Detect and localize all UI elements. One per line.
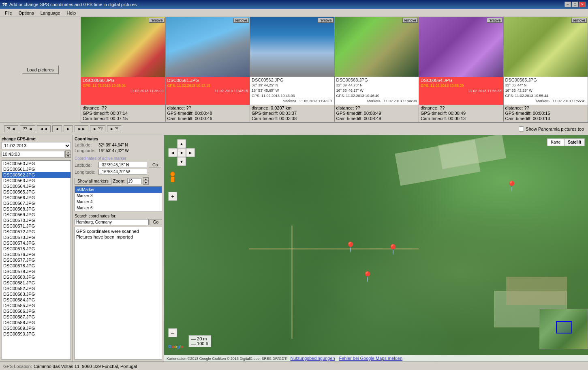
remove-btn-5[interactable]: remove bbox=[487, 18, 502, 23]
file-item-dsc00581[interactable]: DSC00581.JPG bbox=[2, 280, 71, 286]
file-item-dsc00565[interactable]: DSC00565.JPG bbox=[2, 189, 71, 195]
file-item-dsc00582[interactable]: DSC00582.JPG bbox=[2, 286, 71, 291]
marker-list[interactable]: aktMarker Marker 3 Marker 4 Marker 6 bbox=[75, 186, 162, 211]
map-view-satellit-button[interactable]: Satellit bbox=[564, 138, 585, 146]
active-lat-input[interactable] bbox=[98, 162, 147, 168]
photo-gps-1: GPS: 11.02.2013 10:35:01 bbox=[83, 83, 164, 88]
remove-btn-4[interactable]: remove bbox=[402, 18, 418, 23]
remove-btn-1[interactable]: remove bbox=[149, 18, 164, 23]
nav-next-warn-button[interactable]: ► ?! bbox=[107, 125, 121, 132]
remove-btn-6[interactable]: remove bbox=[571, 18, 587, 23]
file-item-dsc00583[interactable]: DSC00583.JPG bbox=[2, 291, 71, 297]
file-item-dsc00590[interactable]: DSC00590.JPG bbox=[2, 331, 71, 337]
active-lon-input[interactable] bbox=[98, 169, 147, 175]
map-zoom-in-button[interactable]: + bbox=[168, 192, 177, 201]
map-nav-right-button[interactable]: ► bbox=[186, 148, 195, 157]
show-markers-button[interactable]: Show all markers bbox=[75, 178, 111, 185]
time-down-button[interactable]: ▼ bbox=[65, 154, 71, 158]
lat-go-button[interactable]: Go bbox=[149, 162, 161, 168]
file-item-dsc00585[interactable]: DSC00585.JPG bbox=[2, 303, 71, 308]
map-nav-up-button[interactable]: ▲ bbox=[177, 139, 186, 148]
time-up-button[interactable]: ▲ bbox=[65, 151, 71, 154]
zoom-down-button[interactable]: ▼ bbox=[143, 181, 149, 185]
file-item-dsc00584[interactable]: DSC00584.JPG bbox=[2, 297, 71, 303]
menu-options[interactable]: Options bbox=[15, 10, 37, 16]
close-button[interactable]: ✕ bbox=[579, 2, 586, 7]
file-item-dsc00586[interactable]: DSC00586.JPG bbox=[2, 308, 71, 314]
file-item-dsc00579[interactable]: DSC00579.JPG bbox=[2, 269, 71, 274]
nav-prev-button[interactable]: ◄ bbox=[52, 125, 62, 132]
file-item-dsc00589[interactable]: DSC00589.JPG bbox=[2, 325, 71, 331]
menu-help[interactable]: Help bbox=[64, 10, 79, 16]
photo-thumb-2: remove bbox=[166, 17, 250, 77]
nav-next-unk-button[interactable]: ► ?? bbox=[90, 125, 105, 132]
zoom-up-button[interactable]: ▲ bbox=[143, 177, 149, 181]
file-item-dsc00563[interactable]: DSC00563.JPG bbox=[2, 178, 71, 183]
file-item-dsc00580[interactable]: DSC00580.JPG bbox=[2, 274, 71, 280]
file-item-dsc00587[interactable]: DSC00587.JPG bbox=[2, 314, 71, 320]
menu-file[interactable]: File bbox=[2, 10, 15, 16]
menu-language[interactable]: Language bbox=[37, 10, 64, 16]
remove-btn-2[interactable]: remove bbox=[233, 18, 249, 23]
file-item-dsc00576[interactable]: DSC00576.JPG bbox=[2, 252, 71, 257]
map-nav-down-button[interactable]: ▼ bbox=[177, 157, 186, 166]
file-item-dsc00573[interactable]: DSC00573.JPG bbox=[2, 234, 71, 240]
maximize-button[interactable]: □ bbox=[572, 2, 578, 7]
time-input[interactable] bbox=[2, 151, 64, 157]
zoom-input[interactable] bbox=[127, 178, 141, 184]
load-pictures-button[interactable]: Load pictures bbox=[22, 65, 58, 74]
file-item-dsc00569[interactable]: DSC00569.JPG bbox=[2, 212, 71, 217]
remove-btn-3[interactable]: remove bbox=[318, 18, 333, 23]
date-select[interactable]: 11.02.2013 bbox=[2, 142, 71, 149]
file-item-dsc00574[interactable]: DSC00574.JPG bbox=[2, 240, 71, 246]
distance-row-5: distance: ?? GPS-timediff: 00:08:49 Cam-… bbox=[419, 105, 503, 122]
file-item-dsc00562[interactable]: DSC00562.JPG bbox=[2, 172, 71, 178]
nav-prev-warn-button[interactable]: ?! ◄ bbox=[4, 125, 18, 132]
map-area[interactable]: ▲ ◄ ● ► ▼ + – Karte Satellit bbox=[164, 135, 588, 361]
panorama-checkbox[interactable] bbox=[519, 126, 524, 131]
file-item-dsc00560[interactable]: DSC00560.JPG bbox=[2, 161, 71, 166]
photo-gps-5: GPS: 11.02.2013 10:55:29 bbox=[421, 83, 502, 88]
file-item-dsc00570[interactable]: DSC00570.JPG bbox=[2, 217, 71, 223]
file-item-dsc00578[interactable]: DSC00578.JPG bbox=[2, 263, 71, 269]
search-input[interactable] bbox=[75, 219, 149, 225]
street-view-icon[interactable] bbox=[168, 172, 177, 184]
photo-filename-6: DSC00565.JPG bbox=[505, 77, 586, 83]
map-pin-4[interactable]: 📍 bbox=[344, 241, 357, 253]
file-item-dsc00566[interactable]: DSC00566.JPG bbox=[2, 195, 71, 200]
file-item-dsc00564[interactable]: DSC00564.JPG bbox=[2, 183, 71, 189]
file-item-dsc00568[interactable]: DSC00568.JPG bbox=[2, 206, 71, 212]
file-item-dsc00575[interactable]: DSC00575.JPG bbox=[2, 246, 71, 252]
file-item-dsc00588[interactable]: DSC00588.JPG bbox=[2, 320, 71, 325]
photo-thumb-1: remove bbox=[81, 17, 165, 77]
nav-last-button[interactable]: ►► bbox=[75, 125, 88, 132]
marker-item-4[interactable]: Marker 4 bbox=[75, 199, 162, 205]
search-go-button[interactable]: Go bbox=[150, 219, 162, 225]
file-list[interactable]: DSC00560.JPG DSC00561.JPG DSC00562.JPG D… bbox=[2, 160, 71, 360]
map-attribution: Kartendaten ©2013 Google Grafiken © 2013… bbox=[164, 355, 588, 361]
nutzungsbedingungen-link[interactable]: Nutzungsbedingungen bbox=[290, 356, 335, 361]
file-item-dsc00572[interactable]: DSC00572.JPG bbox=[2, 229, 71, 234]
minimize-button[interactable]: – bbox=[564, 2, 571, 7]
marker-item-aktmarker[interactable]: aktMarker bbox=[75, 187, 162, 193]
satellite-map[interactable]: ▲ ◄ ● ► ▼ + – Karte Satellit bbox=[164, 135, 588, 361]
file-item-dsc00577[interactable]: DSC00577.JPG bbox=[2, 257, 71, 263]
file-item-dsc00561[interactable]: DSC00561.JPG bbox=[2, 166, 71, 172]
file-item-dsc00567[interactable]: DSC00567.JPG bbox=[2, 200, 71, 206]
map-zoom-out-button[interactable]: – bbox=[168, 328, 177, 337]
log-area: GPS coordinates were scanned Pictures ha… bbox=[75, 227, 162, 360]
map-nav-left-button[interactable]: ◄ bbox=[168, 148, 177, 157]
map-pin-1[interactable]: 📍 bbox=[506, 181, 518, 192]
photo-col-3: remove DSC00562.JPG 32° 39' 44,25'' N16°… bbox=[250, 17, 335, 122]
nav-first-button[interactable]: ◄◄ bbox=[37, 125, 51, 132]
marker-item-3[interactable]: Marker 3 bbox=[75, 193, 162, 199]
map-nav-center-button[interactable]: ● bbox=[177, 148, 186, 157]
map-view-karte-button[interactable]: Karte bbox=[547, 138, 564, 146]
nav-prev-unk-button[interactable]: ?? ◄ bbox=[20, 125, 35, 132]
marker-item-6[interactable]: Marker 6 bbox=[75, 205, 162, 211]
map-pin-3[interactable]: 📍 bbox=[361, 271, 374, 282]
nav-next-button[interactable]: ► bbox=[64, 125, 73, 132]
file-item-dsc00571[interactable]: DSC00571.JPG bbox=[2, 223, 71, 229]
map-pin-aktmarker[interactable]: 📍 bbox=[387, 244, 399, 255]
fehler-link[interactable]: Fehler bei Google Maps melden bbox=[339, 356, 403, 361]
